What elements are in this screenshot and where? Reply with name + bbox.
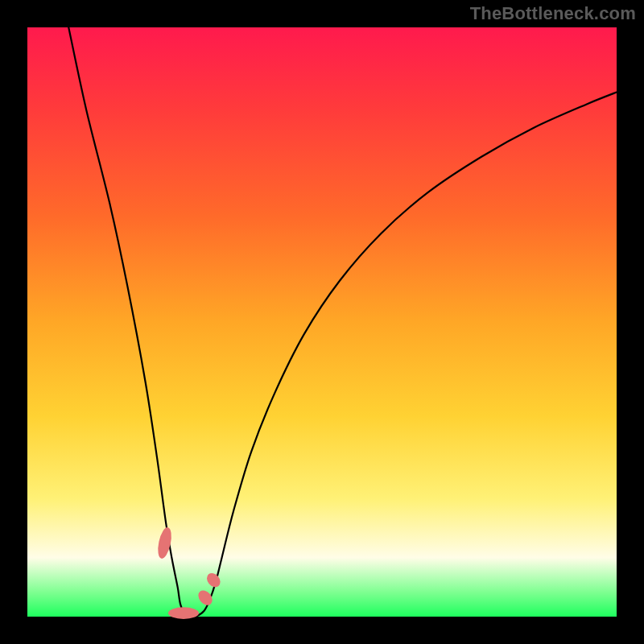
bottleneck-curve (68, 27, 617, 617)
chart-frame: TheBottleneck.com (0, 0, 644, 644)
watermark-text: TheBottleneck.com (470, 3, 636, 24)
curve-marker (168, 607, 199, 619)
chart-markers (155, 526, 223, 619)
chart-curve-layer (27, 27, 617, 617)
